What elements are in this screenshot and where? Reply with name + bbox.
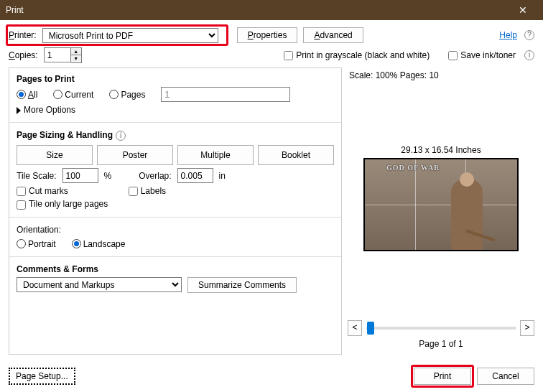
cut-marks-checkbox[interactable]: Cut marks — [17, 186, 68, 196]
radio-current[interactable]: Current — [53, 90, 93, 100]
page-indicator: Page 1 of 1 — [348, 339, 534, 349]
preview-panel: Scale: 100% Pages: 10 29.13 x 16.54 Inch… — [348, 67, 534, 355]
divider — [9, 122, 341, 123]
forms-title: Comments & Forms — [17, 264, 334, 274]
slider-thumb[interactable] — [367, 322, 374, 335]
preview-nav: < > — [348, 320, 534, 336]
print-dialog: Print ✕ Printer: Microsoft Print to PDF … — [0, 0, 543, 392]
radio-landscape[interactable]: Landscape — [72, 239, 126, 249]
radio-pages[interactable]: Pages — [109, 90, 145, 100]
forms-section: Comments & Forms Document and Markups Su… — [17, 264, 334, 293]
radio-portrait[interactable]: Portrait — [17, 239, 56, 249]
window-title: Print — [6, 5, 509, 15]
radio-icon — [17, 90, 26, 99]
radio-icon — [53, 90, 62, 99]
info-icon[interactable]: i — [116, 131, 126, 141]
chevron-up-icon[interactable]: ▲ — [71, 48, 81, 55]
radio-icon — [72, 239, 81, 248]
orientation-title: Orientation: — [17, 225, 334, 235]
overlap-input[interactable] — [177, 168, 213, 183]
page-setup-button[interactable]: Page Setup... — [9, 368, 75, 385]
radio-icon — [17, 239, 26, 248]
tile-scale-input[interactable] — [62, 168, 98, 183]
copies-row: Copies: ▲▼ Print in grayscale (black and… — [9, 47, 534, 63]
tile-large-checkbox[interactable]: Tile only large pages — [17, 199, 108, 209]
printer-select[interactable]: Microsoft Print to PDF — [42, 28, 218, 43]
preview-content-logo: GOD OF WAR — [386, 164, 440, 172]
chevron-down-icon[interactable]: ▼ — [71, 55, 81, 62]
booklet-button[interactable]: Booklet — [258, 145, 334, 165]
dialog-content: Printer: Microsoft Print to PDF Properti… — [0, 20, 543, 362]
left-panel: Pages to Print All Current Pages More Op… — [9, 67, 342, 355]
spinner-buttons[interactable]: ▲▼ — [71, 47, 82, 63]
main-area: Pages to Print All Current Pages More Op… — [9, 67, 534, 355]
save-ink-checkbox[interactable]: Save ink/toner — [448, 50, 516, 60]
size-button[interactable]: Size — [17, 145, 93, 165]
triangle-right-icon — [17, 107, 21, 114]
cancel-button[interactable]: Cancel — [477, 368, 534, 385]
labels-checkbox[interactable]: Labels — [129, 186, 166, 196]
printer-row: Printer: Microsoft Print to PDF Properti… — [9, 27, 534, 43]
orientation-section: Orientation: Portrait Landscape — [17, 225, 334, 249]
poster-button[interactable]: Poster — [97, 145, 173, 165]
print-button[interactable]: Print — [414, 368, 471, 385]
help-link[interactable]: Help — [499, 30, 517, 40]
radio-all[interactable]: All — [17, 90, 37, 100]
page-slider[interactable] — [366, 327, 516, 330]
help-icon[interactable]: ? — [524, 30, 534, 40]
summarize-button[interactable]: Summarize Comments — [187, 277, 297, 293]
preview-scale-pages: Scale: 100% Pages: 10 — [349, 70, 534, 80]
sizing-section: Page Sizing & Handlingi Size Poster Mult… — [17, 130, 334, 210]
pages-to-print-section: Pages to Print All Current Pages More Op… — [17, 74, 334, 115]
multiple-button[interactable]: Multiple — [177, 145, 254, 165]
copies-input[interactable] — [44, 47, 71, 62]
pages-range-input[interactable] — [161, 87, 290, 102]
advanced-button[interactable]: Advanced — [303, 27, 363, 43]
printer-label: Printer: — [9, 30, 37, 40]
info-icon[interactable]: i — [524, 50, 534, 60]
highlight-print: Print — [414, 368, 471, 385]
divider — [9, 256, 341, 257]
next-page-button[interactable]: > — [520, 320, 534, 336]
grayscale-checkbox[interactable]: Print in grayscale (black and white) — [284, 50, 430, 60]
preview-thumbnail: GOD OF WAR — [363, 158, 519, 251]
pages-title: Pages to Print — [17, 74, 334, 84]
percent-label: % — [104, 171, 112, 181]
overlap-label: Overlap: — [139, 171, 171, 181]
copies-spinner[interactable]: ▲▼ — [44, 47, 82, 63]
sizing-title: Page Sizing & Handling — [17, 130, 113, 140]
prev-page-button[interactable]: < — [348, 320, 362, 336]
close-icon[interactable]: ✕ — [509, 4, 537, 16]
more-options-toggle[interactable]: More Options — [17, 105, 334, 115]
titlebar: Print ✕ — [0, 0, 543, 20]
preview-figure — [451, 179, 483, 250]
forms-select[interactable]: Document and Markups — [17, 277, 182, 292]
tile-scale-label: Tile Scale: — [17, 171, 57, 181]
overlap-unit: in — [219, 171, 226, 181]
footer: Page Setup... Print Cancel — [0, 362, 543, 392]
divider — [9, 217, 341, 218]
preview-dimensions: 29.13 x 16.54 Inches — [348, 145, 534, 155]
radio-icon — [109, 90, 119, 99]
copies-label: Copies: — [9, 50, 38, 60]
properties-button[interactable]: Properties — [237, 27, 298, 43]
